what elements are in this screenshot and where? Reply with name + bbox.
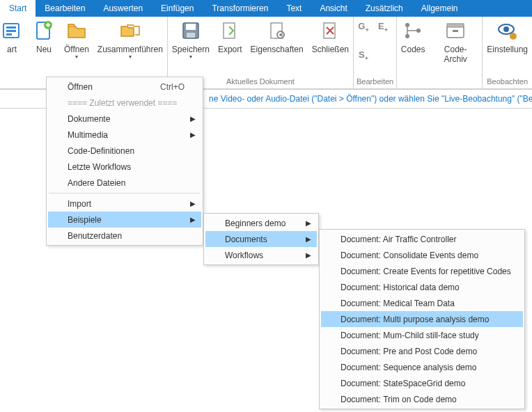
svg-point-21 <box>503 26 509 32</box>
menu-documents-item-label: Document: Mum-Child still-face study <box>341 331 479 340</box>
menu-documents-item-label: Document: Trim on Code demo <box>341 395 457 404</box>
menu-oeffnen-item[interactable]: Multimedia▶ <box>48 127 201 143</box>
menu-oeffnen-item-label: Beispiele <box>68 215 102 225</box>
menu-oeffnen-item[interactable]: Benutzerdaten <box>48 228 201 244</box>
ribbon-btn-gplus[interactable]: G+ <box>354 21 373 33</box>
ribbon-btn-art-label: art <box>7 45 17 54</box>
menu-oeffnen-item: ==== Zuletzt verwendet ==== <box>48 95 201 111</box>
ribbon-btn-einstellung[interactable]: Einstellung <box>483 19 532 54</box>
ribbon-btn-eplus[interactable]: E+ <box>373 21 393 33</box>
menu-documents-item[interactable]: Document: Pre and Post Code demo <box>321 343 523 359</box>
menu-beispiele-item[interactable]: Beginners demo▶ <box>205 215 317 231</box>
menu-documents-item[interactable]: Document: Sequence analysis demo <box>321 359 523 375</box>
menu-documents-item[interactable]: Document: Create Events for repetitive C… <box>321 263 523 279</box>
ribbon-btn-speichern[interactable]: Speichern▾ <box>168 19 214 60</box>
properties-icon <box>266 19 288 44</box>
menu-beispiele-item-label: Documents <box>225 235 267 244</box>
menu-documents-item[interactable]: Document: Historical data demo <box>321 279 523 295</box>
menu-beispiele-item-label: Workflows <box>225 251 263 260</box>
menu-oeffnen-separator <box>49 193 201 193</box>
menu-beispiele-item[interactable]: Workflows▶ <box>205 247 317 263</box>
tab-ansicht[interactable]: Ansicht <box>311 0 356 17</box>
ribbon-btn-oeffnen[interactable]: Öffnen▾ <box>60 19 93 60</box>
archive-icon <box>444 19 467 44</box>
ribbon-group-beobachten: Einstellung Beobachten <box>483 17 532 88</box>
menu-documents-item[interactable]: Document: Air Traffic Controller <box>321 231 523 247</box>
menu-oeffnen-item[interactable]: Letzte Workflows <box>48 159 201 175</box>
tab-start[interactable]: Start <box>0 0 36 17</box>
svg-rect-8 <box>187 33 195 38</box>
context-menu-beispiele: Beginners demo▶Documents▶Workflows▶ <box>203 213 319 265</box>
tab-bearbeiten[interactable]: Bearbeiten <box>36 0 94 17</box>
menu-documents-item[interactable]: Document: Medical Team Data <box>321 295 523 311</box>
svg-point-22 <box>510 33 517 40</box>
menu-documents-item-label: Document: Medical Team Data <box>341 299 455 308</box>
menu-beispiele-item-label: Beginners demo <box>225 219 285 228</box>
tab-auswerten[interactable]: Auswerten <box>94 0 152 17</box>
new-file-icon <box>33 19 55 44</box>
context-menu-documents: Document: Air Traffic ControllerDocument… <box>319 229 525 409</box>
svg-rect-18 <box>447 24 464 27</box>
ribbon-btn-splus[interactable]: S+ <box>354 49 373 62</box>
menu-oeffnen-item[interactable]: Beispiele▶ <box>48 212 201 228</box>
tab-transformieren[interactable]: Transformieren <box>203 0 277 17</box>
ribbon-btn-eigenschaften-label: Eigenschaften <box>251 45 304 54</box>
ribbon-btn-codearchiv-label: Code-Archiv <box>444 45 467 64</box>
menu-oeffnen-item[interactable]: Andere Dateien <box>48 175 201 191</box>
s-plus-icon: S+ <box>359 49 368 62</box>
ribbon-btn-export[interactable]: Export <box>214 19 247 54</box>
svg-rect-7 <box>186 24 196 30</box>
menu-oeffnen-item[interactable]: ÖffnenCtrl+O <box>48 79 201 95</box>
submenu-arrow-icon: ▶ <box>190 216 196 223</box>
ribbon-btn-neu[interactable]: Neu <box>28 19 60 54</box>
g-plus-icon: G+ <box>358 21 368 33</box>
menubar: Start Bearbeiten Auswerten Einfügen Tran… <box>0 0 532 17</box>
ribbon-btn-eigenschaften[interactable]: Eigenschaften <box>247 19 308 54</box>
submenu-arrow-icon: ▶ <box>306 219 311 227</box>
submenu-arrow-icon: ▶ <box>190 200 196 207</box>
tab-text[interactable]: Text <box>277 0 311 17</box>
tab-allgemein[interactable]: Allgemein <box>412 0 467 17</box>
menu-documents-item[interactable]: Document: StateSpaceGrid demo <box>321 375 523 391</box>
menu-documents-item-label: Document: Create Events for repetitive C… <box>341 267 511 276</box>
ribbon-btn-export-label: Export <box>218 45 242 54</box>
menu-documents-item[interactable]: Document: Mum-Child still-face study <box>321 327 523 343</box>
ribbon-btn-schliessen[interactable]: Schließen <box>308 19 353 54</box>
ribbon-group-codes: Codes Code-Archiv <box>397 17 483 88</box>
ribbon-group-beobachten-label: Beobachten <box>483 77 532 87</box>
ribbon-btn-einstellung-label: Einstellung <box>487 45 528 54</box>
hint-text: ne Video- oder Audio-Datei ("Datei > Öff… <box>209 94 532 104</box>
menu-oeffnen-item-label: Dokumente <box>68 114 110 124</box>
submenu-arrow-icon: ▶ <box>306 251 311 259</box>
menu-documents-item[interactable]: Document: Consolidate Events demo <box>321 247 523 263</box>
menu-oeffnen-item[interactable]: Code-Definitionen <box>48 143 201 159</box>
ribbon-btn-schliessen-label: Schließen <box>312 45 349 54</box>
ribbon-btn-codearchiv[interactable]: Code-Archiv <box>429 19 482 64</box>
menu-documents-item-label: Document: Multi purpose analysis demo <box>341 315 489 324</box>
ribbon-group-codes-label <box>397 77 482 87</box>
ribbon-btn-zusammenfuehren[interactable]: Zusammenführen▾ <box>93 19 167 60</box>
menu-oeffnen-item-label: Code-Definitionen <box>68 146 134 156</box>
menu-oeffnen-item-label: Andere Dateien <box>68 178 125 188</box>
menu-documents-item[interactable]: Document: Multi purpose analysis demo <box>321 311 523 327</box>
menu-documents-item-label: Document: Pre and Post Code demo <box>341 347 477 356</box>
svg-rect-19 <box>453 30 458 32</box>
ribbon-group-bearbeiten: G+ E+ S+ Bearbeiten <box>354 17 397 88</box>
menu-oeffnen-item[interactable]: Dokumente▶ <box>48 111 201 127</box>
menu-oeffnen-item[interactable]: Import▶ <box>48 196 201 212</box>
tab-einfuegen[interactable]: Einfügen <box>152 0 203 17</box>
tab-zusaetzlich[interactable]: Zusätzlich <box>357 0 412 17</box>
menu-oeffnen-item-label: Letzte Workflows <box>68 162 131 172</box>
ribbon-group-bearbeiten-label: Bearbeiten <box>354 77 396 87</box>
menu-documents-item-label: Document: Consolidate Events demo <box>341 251 478 260</box>
ribbon-btn-art[interactable]: art <box>0 19 28 54</box>
chevron-down-icon: ▾ <box>64 54 89 60</box>
ribbon-btn-oeffnen-label: Öffnen <box>64 45 89 54</box>
folder-open-icon <box>65 19 88 44</box>
eye-gear-icon <box>496 19 519 44</box>
submenu-arrow-icon: ▶ <box>190 131 196 138</box>
ribbon-btn-codes[interactable]: Codes <box>397 19 429 54</box>
menu-beispiele-item[interactable]: Documents▶ <box>205 231 317 247</box>
chevron-down-icon: ▾ <box>172 54 210 60</box>
menu-documents-item[interactable]: Document: Trim on Code demo <box>321 391 523 407</box>
